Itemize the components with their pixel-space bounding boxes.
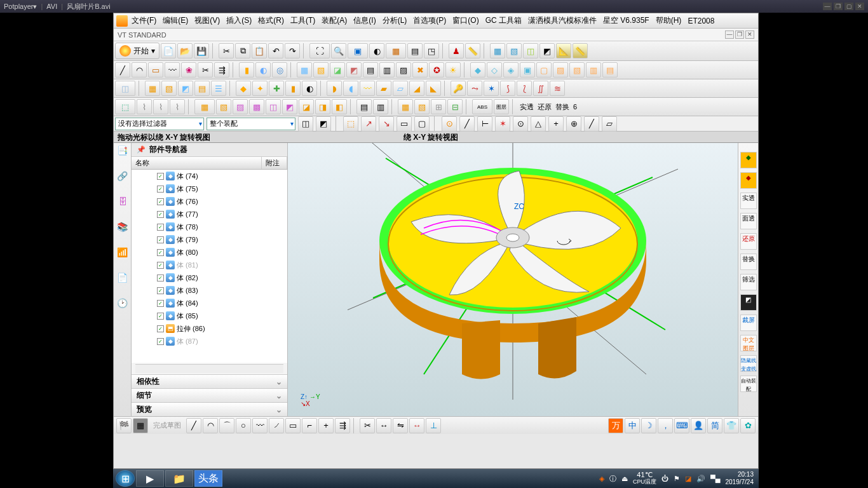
fb6-icon[interactable]: ▭ xyxy=(397,116,412,132)
open-icon[interactable]: 📂 xyxy=(177,43,193,58)
menu-info[interactable]: 信息(I) xyxy=(351,14,378,27)
assem4-icon[interactable]: ◩ xyxy=(539,43,555,58)
tree-check[interactable]: ✓ xyxy=(157,313,164,320)
d7-icon[interactable]: ◣ xyxy=(426,81,441,96)
spring2-icon[interactable]: ⌇ xyxy=(153,99,168,114)
tree-check[interactable]: ✓ xyxy=(157,300,164,307)
fb7-icon[interactable]: ▢ xyxy=(414,116,430,132)
box-icon[interactable]: ▣ xyxy=(348,43,368,58)
tree-item[interactable]: ✓◆体 (75) xyxy=(132,182,287,195)
tree-item[interactable]: ✓◆体 (77) xyxy=(132,208,287,220)
tree-list[interactable]: ✓◆体 (74)✓◆体 (75)✓◆体 (76)✓◆体 (77)✓◆体 (78)… xyxy=(132,170,287,363)
tray-flag-icon[interactable]: ⚑ xyxy=(674,475,680,483)
rr-3[interactable]: 还原 xyxy=(740,233,757,250)
tree-scrollbar[interactable] xyxy=(135,364,283,373)
abs-icon[interactable]: ABS xyxy=(472,99,492,114)
menu-help[interactable]: 帮助(H) xyxy=(653,14,684,27)
rr-1[interactable]: 实透 xyxy=(740,193,757,209)
hole-icon[interactable]: ◎ xyxy=(272,62,287,78)
tree-item[interactable]: ✓◆体 (82) xyxy=(132,271,287,284)
tr1[interactable]: 实透 xyxy=(519,102,535,112)
p6-icon[interactable]: ◩ xyxy=(282,99,297,114)
tree-check[interactable]: ✓ xyxy=(157,325,164,332)
b4-icon[interactable]: ▤ xyxy=(194,81,210,96)
tr3[interactable]: 替换 xyxy=(554,102,571,112)
rr-diamond1-icon[interactable]: ◆ xyxy=(740,152,757,168)
d4-icon[interactable]: ▰ xyxy=(376,81,391,96)
offset-icon[interactable]: ⇶ xyxy=(214,62,229,78)
tree-item[interactable]: ✓◆体 (79) xyxy=(132,233,287,246)
max-icon[interactable]: ▢ xyxy=(844,3,853,10)
tree-item[interactable]: ✓⬒拉伸 (86) xyxy=(132,322,287,335)
start-button[interactable]: 开始 ▾ xyxy=(115,43,159,59)
tree-item[interactable]: ✓◆体 (84) xyxy=(132,297,287,309)
menu-gc[interactable]: GC 工具箱 xyxy=(483,14,524,27)
rail-hist-icon[interactable]: 🕑 xyxy=(116,298,130,312)
f2-icon[interactable]: ▧ xyxy=(313,62,329,78)
profile-icon[interactable]: ❀ xyxy=(181,62,196,78)
menu-format[interactable]: 格式(R) xyxy=(255,14,287,27)
filter-combo-1[interactable]: 没有选择过滤器 xyxy=(115,118,204,130)
menu-star[interactable]: 星空 V6.935F xyxy=(600,14,652,27)
shade-icon[interactable]: ◐ xyxy=(369,43,384,58)
layer-icon[interactable]: ▤ xyxy=(407,43,423,58)
copy-icon[interactable]: ⧉ xyxy=(235,43,250,58)
sk-line-icon[interactable]: ╱ xyxy=(186,418,201,433)
f8-icon[interactable]: ✖ xyxy=(412,62,428,78)
redo-icon[interactable]: ↷ xyxy=(285,43,300,58)
layers-icon[interactable]: 图层 xyxy=(494,99,509,114)
p7-icon[interactable]: ◪ xyxy=(299,99,314,114)
sk-con-icon[interactable]: ⊥ xyxy=(426,418,441,433)
sk-mir-icon[interactable]: ⇋ xyxy=(393,418,408,433)
measure-icon[interactable]: 📏 xyxy=(465,43,480,58)
rr-layer-icon[interactable]: 中文图层 xyxy=(740,335,757,351)
arc-icon[interactable]: ◠ xyxy=(132,62,147,78)
rail-constr-icon[interactable]: 🔗 xyxy=(116,171,130,185)
start-orb[interactable]: ⊞ xyxy=(116,470,135,487)
revolve-icon[interactable]: ◐ xyxy=(255,62,271,78)
assem1-icon[interactable]: ▦ xyxy=(490,43,505,58)
tree-item[interactable]: ✓◆体 (78) xyxy=(132,220,287,233)
menu-insert[interactable]: 插入(S) xyxy=(224,14,254,27)
c1-icon[interactable]: ◆ xyxy=(236,81,251,96)
doc-close-icon[interactable]: ✕ xyxy=(745,30,754,39)
tree-check[interactable]: ✓ xyxy=(157,198,164,205)
d5-icon[interactable]: ▱ xyxy=(393,81,408,96)
ruler2-icon[interactable]: 📏 xyxy=(573,43,588,58)
f4-icon[interactable]: ◩ xyxy=(346,62,362,78)
snap8-icon[interactable]: ⊕ xyxy=(566,116,581,132)
fb1-icon[interactable]: ◫ xyxy=(298,116,313,132)
datum-icon[interactable]: ◫ xyxy=(115,81,135,96)
menu-mold[interactable]: 潇洒模具汽模标准件 xyxy=(526,14,599,27)
ime-comma-icon[interactable]: ， xyxy=(658,418,673,433)
spring-icon[interactable]: ⌇ xyxy=(137,99,152,114)
p8-icon[interactable]: ◨ xyxy=(315,99,330,114)
person-icon[interactable]: ♟ xyxy=(449,43,464,58)
sel-icon[interactable]: ⬚ xyxy=(115,99,135,114)
spline-icon[interactable]: 〰 xyxy=(165,62,180,78)
new-icon[interactable]: 📄 xyxy=(161,43,176,58)
s4-icon[interactable]: ▣ xyxy=(520,62,535,78)
tr2[interactable]: 还原 xyxy=(536,102,553,112)
d1-icon[interactable]: ◗ xyxy=(327,81,342,96)
sk-dim-icon[interactable]: ↔ xyxy=(409,418,424,433)
q2-icon[interactable]: ▥ xyxy=(373,99,388,114)
snap4-icon[interactable]: ✶ xyxy=(495,116,510,132)
b1-icon[interactable]: ▦ xyxy=(145,81,160,96)
snap6-icon[interactable]: △ xyxy=(531,116,546,132)
cut-icon[interactable]: ✂ xyxy=(219,43,234,58)
restore-icon[interactable]: ❐ xyxy=(834,3,843,10)
menu-edit[interactable]: 编辑(E) xyxy=(160,14,191,27)
s9-icon[interactable]: ▤ xyxy=(602,62,618,78)
fb2-icon[interactable]: ◩ xyxy=(316,116,331,132)
snap3-icon[interactable]: ⊢ xyxy=(477,116,492,132)
tree-check[interactable]: ✓ xyxy=(157,186,164,193)
sk-sp-icon[interactable]: 〰 xyxy=(252,418,268,433)
snap10-icon[interactable]: ▱ xyxy=(602,116,617,132)
e5-icon[interactable]: ⟅ xyxy=(517,81,532,96)
s2-icon[interactable]: ◇ xyxy=(487,62,502,78)
menu-window[interactable]: 窗口(O) xyxy=(450,14,481,27)
c5-icon[interactable]: ◐ xyxy=(302,81,317,96)
sk-arc-icon[interactable]: ◠ xyxy=(203,418,218,433)
s5-icon[interactable]: ▢ xyxy=(536,62,552,78)
